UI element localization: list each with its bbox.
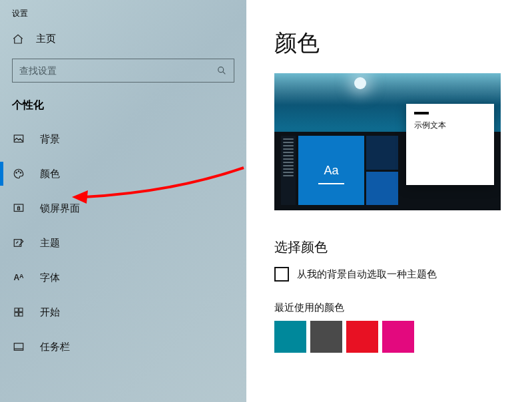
color-swatch[interactable]	[310, 321, 342, 353]
preview-sample-bar	[414, 112, 429, 114]
lockscreen-icon	[12, 202, 25, 214]
nav-home[interactable]: 主页	[0, 26, 246, 52]
svg-point-5	[20, 172, 21, 174]
font-icon: AA	[12, 273, 25, 282]
preview-background	[274, 73, 501, 105]
svg-point-3	[16, 172, 17, 174]
auto-color-checkbox[interactable]	[274, 267, 289, 282]
auto-color-label: 从我的背景自动选取一种主题色	[297, 268, 437, 281]
svg-rect-10	[19, 308, 23, 311]
auto-color-row[interactable]: 从我的背景自动选取一种主题色	[274, 267, 532, 282]
sidebar-item-colors[interactable]: 颜色	[0, 156, 246, 191]
main-content: 颜色 Aa 示例文本 选择颜色 从我的背景自动选取一种主题色 最近使用的颜色	[246, 0, 532, 402]
svg-point-4	[18, 171, 19, 172]
preview-tile-aa: Aa	[298, 136, 364, 205]
palette-icon	[12, 168, 25, 180]
sidebar-item-label: 主题	[40, 237, 60, 250]
svg-point-0	[218, 67, 224, 73]
sidebar-item-label: 任务栏	[40, 341, 70, 353]
color-swatch[interactable]	[274, 321, 306, 353]
sidebar-item-start[interactable]: 开始	[0, 295, 246, 329]
image-icon	[12, 133, 25, 145]
svg-rect-11	[15, 313, 18, 316]
sidebar-item-fonts[interactable]: AA 字体	[0, 260, 246, 295]
sidebar: 设置 主页 个性化 背景 颜色 锁屏界面 主题	[0, 0, 246, 402]
home-icon	[12, 33, 24, 45]
preview-tile	[366, 136, 398, 170]
choose-color-title: 选择颜色	[274, 238, 532, 256]
svg-rect-12	[19, 313, 23, 316]
sidebar-item-label: 颜色	[40, 168, 60, 180]
page-title: 颜色	[274, 28, 532, 59]
start-icon	[12, 307, 25, 317]
taskbar-icon	[12, 341, 25, 353]
search-input[interactable]	[19, 65, 192, 76]
svg-rect-13	[14, 343, 23, 351]
sidebar-item-taskbar[interactable]: 任务栏	[0, 329, 246, 364]
color-swatch[interactable]	[382, 321, 414, 353]
app-title: 设置	[0, 5, 246, 26]
sidebar-item-background[interactable]: 背景	[0, 122, 246, 156]
sidebar-item-label: 字体	[40, 272, 60, 284]
preview-tiles: Aa	[298, 136, 398, 205]
preview-sample-window: 示例文本	[406, 104, 494, 185]
theme-icon	[12, 237, 25, 249]
color-swatch[interactable]	[346, 321, 378, 353]
section-title: 个性化	[0, 95, 246, 122]
search-icon	[216, 65, 227, 76]
search-box[interactable]	[12, 59, 234, 83]
sidebar-item-label: 锁屏界面	[40, 202, 80, 215]
preview-sample-text: 示例文本	[414, 120, 486, 131]
preview-tile	[366, 172, 398, 206]
color-preview: Aa 示例文本	[274, 73, 501, 210]
svg-rect-7	[18, 208, 20, 210]
svg-rect-8	[14, 240, 21, 247]
nav-home-label: 主页	[36, 33, 56, 45]
preview-sun	[354, 77, 366, 89]
preview-start-panel: Aa	[281, 136, 398, 205]
recent-colors-title: 最近使用的颜色	[274, 302, 532, 314]
svg-line-1	[223, 72, 226, 75]
sidebar-item-label: 开始	[40, 306, 60, 319]
sidebar-item-label: 背景	[40, 133, 60, 146]
preview-start-rail	[281, 136, 296, 205]
sidebar-item-themes[interactable]: 主题	[0, 226, 246, 260]
svg-rect-2	[14, 135, 23, 142]
svg-rect-9	[15, 308, 18, 311]
recent-color-swatches	[274, 321, 532, 353]
sidebar-item-lockscreen[interactable]: 锁屏界面	[0, 191, 246, 226]
